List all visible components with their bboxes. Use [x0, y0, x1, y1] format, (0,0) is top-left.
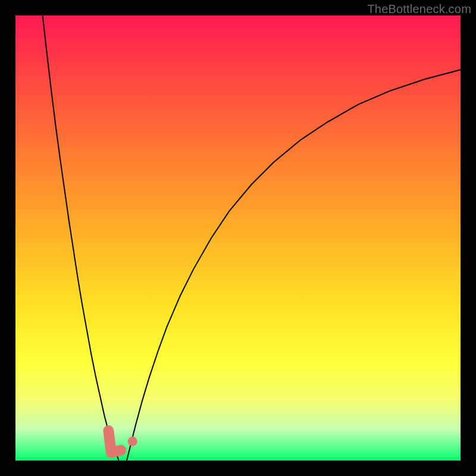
chart-svg — [15, 15, 461, 461]
right-curve — [127, 70, 461, 461]
marker-dot — [128, 437, 137, 446]
watermark: TheBottleneck.com — [367, 2, 471, 16]
chart-frame: TheBottleneck.com — [0, 0, 476, 476]
marker-l-shape — [108, 431, 121, 453]
plot-area — [15, 15, 461, 461]
left-curve — [43, 15, 119, 461]
